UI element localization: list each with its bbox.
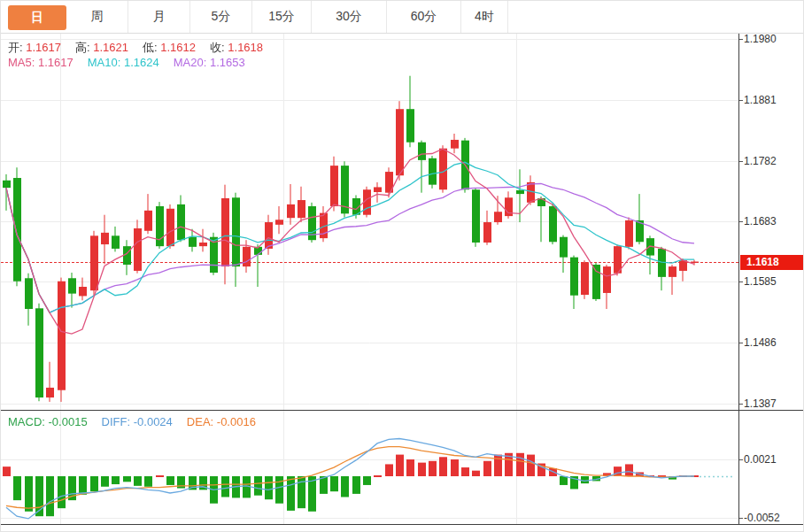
legend-pair: 低: 1.1612 [143, 41, 196, 54]
tab-month[interactable]: 月 [128, 1, 190, 33]
chart-area: 开: 1.1617高: 1.1621低: 1.1612收: 1.1618 MA5… [1, 34, 804, 532]
tab-week[interactable]: 周 [66, 1, 128, 33]
chart-bottom-border [1, 524, 804, 525]
legend-label: 高: [75, 41, 90, 54]
legend-value: 1.1617 [26, 41, 61, 54]
legend-value: -0.0015 [49, 415, 88, 428]
price-axis-label: 1.1881 [744, 93, 777, 107]
legend-label: 开: [8, 41, 23, 54]
legend-value: -0.0024 [134, 415, 173, 428]
kline-app: 日周月5分15分30分60分4时 开: 1.1617高: 1.1621低: 1.… [0, 0, 804, 532]
price-axis-label: 1.1782 [744, 154, 777, 168]
legend-label: DIFF: [102, 415, 131, 428]
legend-value: 1.1653 [210, 56, 245, 69]
legend-value: 1.1617 [38, 56, 73, 69]
legend-label: 收: [210, 41, 225, 54]
legend-pair: 收: 1.1618 [210, 41, 263, 54]
macd-axis-label: 0.0021 [744, 452, 777, 466]
legend-label: MA10: [88, 56, 121, 69]
macd-legend: MACD: -0.0015DIFF: -0.0024DEA: -0.0016 [8, 415, 270, 429]
price-axis-label: 1.1585 [744, 274, 777, 289]
panel-divider [1, 410, 804, 411]
legend-value: 1.1612 [160, 41, 196, 54]
legend-pair: MA20: 1.1653 [174, 56, 245, 69]
price-axis-label: 1.1387 [744, 397, 777, 411]
price-axis-label: 1.1683 [744, 214, 777, 228]
tab-5min[interactable]: 5分 [190, 1, 252, 33]
tab-day[interactable]: 日 [8, 5, 66, 30]
legend-pair: 高: 1.1621 [75, 41, 128, 54]
price-axis-label: 1.1486 [744, 335, 777, 350]
legend-label: MA20: [174, 56, 207, 69]
tab-15min[interactable]: 15分 [252, 1, 312, 33]
legend-pair: 开: 1.1617 [8, 41, 61, 54]
price-axis-label: 1.1980 [744, 32, 777, 46]
period-tabbar: 日周月5分15分30分60分4时 [1, 1, 803, 34]
legend-pair: MACD: -0.0015 [8, 415, 88, 428]
ohlc-legend: 开: 1.1617高: 1.1621低: 1.1612收: 1.1618 [8, 41, 277, 55]
legend-label: DEA: [187, 415, 213, 428]
legend-label: MACD: [8, 415, 45, 428]
legend-value: 1.1621 [93, 41, 128, 54]
legend-value: -0.0016 [217, 415, 256, 428]
legend-pair: DIFF: -0.0024 [102, 415, 173, 428]
kline-chart-canvas[interactable] [1, 34, 738, 524]
tab-60min[interactable]: 60分 [387, 1, 461, 33]
ma-legend: MA5: 1.1617MA10: 1.1624MA20: 1.1653 [8, 56, 259, 70]
macd-axis-label: -0.0052 [744, 511, 780, 525]
legend-label: 低: [143, 41, 158, 54]
legend-pair: DEA: -0.0016 [187, 415, 256, 428]
tab-30min[interactable]: 30分 [312, 1, 387, 33]
tab-4hour[interactable]: 4时 [461, 1, 508, 33]
axis-line [738, 34, 739, 524]
legend-label: MA5: [8, 56, 35, 69]
legend-pair: MA5: 1.1617 [8, 56, 73, 69]
legend-value: 1.1624 [124, 56, 159, 69]
legend-value: 1.1618 [228, 41, 263, 54]
legend-pair: MA10: 1.1624 [88, 56, 159, 69]
current-price-badge: 1.1618 [740, 255, 804, 270]
